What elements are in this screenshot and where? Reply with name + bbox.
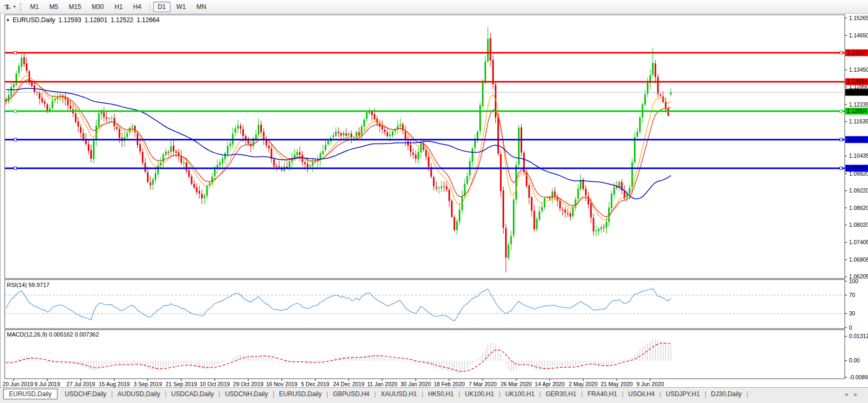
price-axis[interactable]: 1.152651.146501.134501.128501.122351.116… — [845, 15, 868, 280]
level-handle[interactable] — [840, 110, 843, 112]
macd-tick-label: 0.013121 — [849, 333, 868, 339]
date-tick-label: 21 May 2020 — [601, 381, 633, 387]
svg-text:1.12664: 1.12664 — [847, 89, 867, 95]
chart-tab-4[interactable]: USDCAD,Daily — [166, 389, 219, 399]
date-tick-label: 10 Oct 2019 — [200, 381, 230, 387]
macd-tick-label: -0.008933 — [849, 374, 868, 380]
date-tick-label: 26 Mar 2020 — [501, 381, 532, 387]
timeframe-buttons: M1M5M15M30H1H4D1W1MN — [25, 2, 212, 12]
panel-border — [5, 15, 845, 279]
dropdown-caret-icon[interactable]: ▼ — [13, 5, 16, 8]
timeframe-button-m1[interactable]: M1 — [25, 2, 44, 12]
chart-tab-5[interactable]: USDCNH,Daily — [220, 389, 272, 399]
price-tick-label: 1.06805 — [849, 256, 868, 263]
chart-tab-13[interactable]: FRA40,H1 — [583, 389, 622, 399]
price-tick-label: 1.07405 — [849, 239, 868, 245]
rsi-label: RSI(14) 59.9717 — [7, 282, 50, 288]
ma-mid-line[interactable] — [6, 80, 671, 217]
macd-pane: 0.0131210.00-0.008933 — [6, 333, 868, 380]
level-handle[interactable] — [840, 167, 843, 169]
rsi-tick-label: 100 — [849, 278, 858, 284]
level-handle[interactable] — [14, 138, 17, 141]
timeframe-button-h4[interactable]: H4 — [128, 2, 146, 12]
panel-border — [5, 330, 845, 379]
chart-tab-6[interactable]: EURUSD,Daily — [275, 389, 327, 399]
trading-terminal-window: ▼ M1M5M15M30H1H4D1W1MN 1.152651.146501.1… — [0, 0, 868, 403]
chart-area[interactable]: 1.152651.146501.134501.128501.122351.116… — [0, 14, 868, 387]
chart-tab-12[interactable]: GER30,H1 — [541, 389, 581, 399]
ohlc-high: 1.12801 — [84, 16, 107, 24]
price-tick-label: 1.08620 — [849, 205, 868, 211]
timeframe-button-mn[interactable]: MN — [192, 2, 211, 12]
date-tick-label: 5 Dec 2019 — [301, 381, 329, 387]
chart-tab-15[interactable]: USDJPY,H1 — [661, 389, 704, 399]
chart-tab-9[interactable]: HK50,H1 — [423, 389, 459, 399]
price-tick-label: 1.10435 — [849, 152, 868, 159]
rsi-tick-label: 0 — [849, 324, 852, 331]
price-tick-label: 1.08020 — [849, 222, 868, 228]
date-tick-label: 30 Jan 2020 — [401, 381, 431, 387]
price-tick-label: 1.11635 — [849, 118, 868, 124]
macd-tick-label: 0.00 — [849, 357, 860, 363]
timeframe-button-d1[interactable]: D1 — [153, 2, 171, 12]
ohlc-open: 1.12593 — [59, 16, 81, 24]
timeframe-button-m15[interactable]: M15 — [64, 2, 86, 12]
svg-text:1.13034: 1.13034 — [847, 78, 867, 84]
price-tick-label: 1.13450 — [849, 66, 868, 73]
level-handle[interactable] — [14, 110, 17, 112]
level-handle[interactable] — [14, 52, 17, 54]
chart-tab-11[interactable]: UK100,H1 — [501, 389, 539, 399]
chart-tab-7[interactable]: GBPUSD,H4 — [328, 389, 374, 399]
toolbar-grip-handle[interactable] — [20, 3, 21, 11]
toolbar-separator — [149, 3, 150, 11]
level-handle[interactable] — [840, 52, 843, 54]
chart-tab-14[interactable]: USOil,H4 — [624, 389, 659, 399]
date-tick-label: 18 Feb 2020 — [433, 381, 465, 387]
timeframe-button-w1[interactable]: W1 — [172, 2, 191, 12]
svg-text:1.10008: 1.10008 — [847, 165, 867, 171]
chart-tab-2[interactable]: USDCHF,Daily — [60, 389, 111, 399]
date-tick-label: 2 May 2020 — [569, 381, 598, 387]
chart-period-icon[interactable] — [2, 2, 13, 12]
date-tick-label: 15 Aug 2019 — [99, 381, 130, 387]
date-tick-label: 27 Jul 2019 — [67, 381, 95, 387]
level-handle[interactable] — [14, 167, 17, 169]
date-tick-label: 20 Jun 2019 — [3, 381, 33, 387]
chart-tab-16[interactable]: DJ30,Daily — [706, 389, 747, 399]
candles — [5, 27, 672, 272]
date-axis[interactable]: 20 Jun 20199 Jul 201927 Jul 201915 Aug 2… — [3, 379, 664, 387]
chart-tabs: EURUSD,DailyUSDCHF,Daily|AUDUSD,Daily|US… — [3, 389, 748, 399]
timeframe-button-h1[interactable]: H1 — [110, 2, 127, 12]
price-tick-label: 1.15265 — [849, 15, 868, 21]
chart-tab-1[interactable]: EURUSD,Daily — [3, 389, 58, 399]
chart-tab-10[interactable]: UK100,H1 — [460, 389, 499, 399]
date-tick-label: 3 Sep 2019 — [134, 381, 162, 387]
chart-menu-icon[interactable]: ▼ — [6, 18, 10, 23]
chart-tab-8[interactable]: XAUUSD,H1 — [376, 389, 422, 399]
chart-title: ▼EURUSD,Daily1.125931.128011.125221.1266… — [6, 16, 159, 24]
date-tick-label: 9 Jun 2020 — [637, 381, 664, 387]
ma-fast-line[interactable] — [6, 75, 671, 220]
tab-scroll-left-icon[interactable]: ◄ — [843, 391, 848, 397]
date-tick-label: 21 Sep 2019 — [166, 381, 197, 387]
price-chart-canvas[interactable]: 1.152651.146501.134501.128501.122351.116… — [1, 14, 868, 387]
timeframe-button-m5[interactable]: M5 — [45, 2, 63, 12]
toolbar: ▼ M1M5M15M30H1H4D1W1MN — [0, 0, 868, 14]
ohlc-low: 1.12522 — [110, 16, 133, 24]
date-tick-label: 7 Mar 2020 — [469, 381, 497, 387]
price-tick-label: 1.09220 — [849, 187, 868, 194]
horizontal-levels[interactable] — [5, 52, 845, 170]
rsi-line — [6, 289, 671, 321]
svg-text:1.12004: 1.12004 — [847, 108, 867, 114]
chart-tab-bar: EURUSD,DailyUSDCHF,Daily|AUDUSD,Daily|US… — [0, 387, 868, 403]
date-tick-label: 14 Apr 2020 — [535, 381, 565, 387]
timeframe-button-m30[interactable]: M30 — [87, 2, 109, 12]
svg-text:1.11009: 1.11009 — [847, 136, 866, 142]
chart-tab-3[interactable]: AUDUSD,Daily — [113, 389, 165, 399]
date-tick-label: 16 Nov 2019 — [266, 381, 298, 387]
ma-slow-line[interactable] — [6, 88, 671, 199]
date-tick-label: 11 Jan 2020 — [367, 381, 397, 387]
level-handle[interactable] — [840, 138, 843, 141]
rsi-tick-label: 70 — [849, 292, 855, 298]
tab-scroll-right-icon[interactable]: ► — [853, 391, 858, 397]
